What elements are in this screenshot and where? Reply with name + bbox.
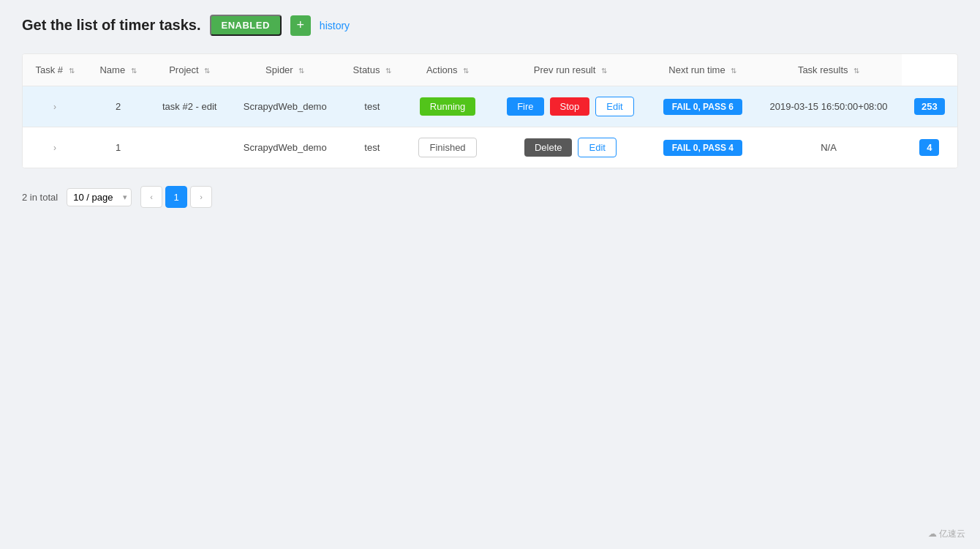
actions-buttons: DeleteEdit (503, 138, 638, 157)
actions-cell: DeleteEdit (491, 127, 650, 168)
sort-icon-results: ⇅ (853, 67, 859, 75)
spider-cell: test (340, 127, 404, 168)
sort-icon-task: ⇅ (69, 67, 75, 75)
expand-icon[interactable]: › (53, 143, 56, 153)
sort-icon-prev: ⇅ (601, 67, 607, 75)
page-size-select[interactable]: 10 / page 20 / page 50 / page (67, 188, 132, 206)
actions-cell: FireStopEdit (491, 86, 650, 127)
sort-icon-project: ⇅ (204, 67, 210, 75)
add-button[interactable]: + (290, 15, 311, 36)
page-title: Get the list of timer tasks. (22, 17, 201, 34)
project-cell: ScrapydWeb_demo (230, 86, 340, 127)
history-link[interactable]: history (320, 20, 350, 31)
edit-button[interactable]: Edit (578, 138, 616, 157)
prev-run-badge[interactable]: FAIL 0, PASS 4 (663, 140, 742, 156)
expand-cell[interactable]: › (23, 86, 87, 127)
task-num-cell: 2 (87, 86, 149, 127)
task-results-badge[interactable]: 4 (919, 139, 939, 156)
table-header: Task # ⇅ Name ⇅ Project ⇅ Spider ⇅ Statu… (23, 54, 957, 86)
col-prev-run: Prev run result ⇅ (491, 54, 650, 86)
col-next-run: Next run time ⇅ (649, 54, 755, 86)
task-num-cell: 1 (87, 127, 149, 168)
enabled-button[interactable]: ENABLED (210, 15, 282, 36)
table-body: ›2task #2 - editScrapydWeb_demotestRunni… (23, 86, 957, 168)
fire-button[interactable]: Fire (507, 97, 543, 116)
status-cell: Running (404, 86, 491, 127)
expand-cell[interactable]: › (23, 127, 87, 168)
actions-buttons: FireStopEdit (503, 97, 638, 116)
task-results-badge[interactable]: 253 (914, 98, 945, 115)
page-1-button[interactable]: 1 (165, 186, 187, 208)
next-run-cell: N/A (755, 127, 901, 168)
prev-run-badge[interactable]: FAIL 0, PASS 6 (663, 99, 742, 115)
next-run-cell: 2019-03-15 16:50:00+08:00 (755, 86, 901, 127)
task-name-cell (149, 127, 230, 168)
status-cell: Finished (404, 127, 491, 168)
col-status: Status ⇅ (340, 54, 404, 86)
table-row: ›1ScrapydWeb_demotestFinishedDeleteEditF… (23, 127, 957, 168)
col-spider: Spider ⇅ (230, 54, 340, 86)
prev-page-button[interactable]: ‹ (140, 186, 162, 208)
sort-icon-status: ⇅ (385, 67, 391, 75)
prev-run-cell: FAIL 0, PASS 4 (649, 127, 755, 168)
col-task-num: Task # ⇅ (23, 54, 87, 86)
col-name: Name ⇅ (87, 54, 149, 86)
table-row: ›2task #2 - editScrapydWeb_demotestRunni… (23, 86, 957, 127)
task-results-cell: 253 (902, 86, 957, 127)
total-count: 2 in total (22, 192, 58, 203)
page-size-wrapper: 10 / page 20 / page 50 / page (67, 188, 132, 206)
tasks-table: Task # ⇅ Name ⇅ Project ⇅ Spider ⇅ Statu… (23, 54, 957, 168)
task-name-cell: task #2 - edit (149, 86, 230, 127)
project-cell: ScrapydWeb_demo (230, 127, 340, 168)
status-badge: Running (420, 97, 475, 116)
col-task-results: Task results ⇅ (755, 54, 901, 86)
next-page-button[interactable]: › (190, 186, 212, 208)
col-project: Project ⇅ (149, 54, 230, 86)
watermark: ☁ 亿速云 (928, 528, 965, 540)
pagination: ‹ 1 › (140, 186, 212, 208)
prev-run-cell: FAIL 0, PASS 6 (649, 86, 755, 127)
col-actions: Actions ⇅ (404, 54, 491, 86)
sort-icon-actions: ⇅ (463, 67, 469, 75)
sort-icon-spider: ⇅ (298, 67, 304, 75)
expand-icon[interactable]: › (53, 102, 56, 112)
pagination-area: 2 in total 10 / page 20 / page 50 / page… (22, 183, 958, 211)
edit-button[interactable]: Edit (595, 97, 633, 116)
sort-icon-name: ⇅ (131, 67, 137, 75)
stop-button[interactable]: Stop (550, 97, 590, 116)
spider-cell: test (340, 86, 404, 127)
status-badge: Finished (418, 138, 476, 157)
tasks-table-container: Task # ⇅ Name ⇅ Project ⇅ Spider ⇅ Statu… (22, 53, 958, 168)
page-header: Get the list of timer tasks. ENABLED + h… (22, 15, 958, 36)
delete-button[interactable]: Delete (524, 138, 573, 157)
sort-icon-next: ⇅ (731, 67, 736, 75)
task-results-cell: 4 (902, 127, 957, 168)
